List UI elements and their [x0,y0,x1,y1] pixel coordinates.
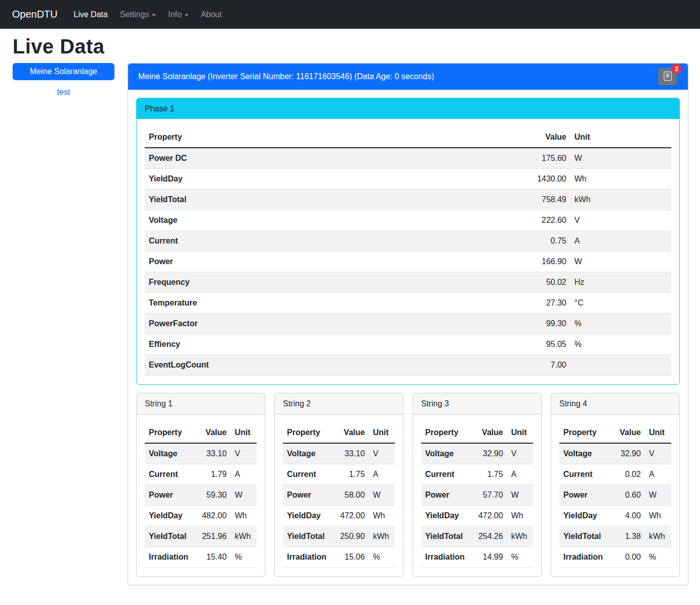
property-cell: EventLogCount [145,355,442,376]
value-cell: 33.10 [192,443,230,464]
value-cell: 222.60 [442,210,570,231]
table-row: Irradiation 15.06 % [283,547,395,568]
column-header-property: Property [283,422,330,443]
value-cell: 15.40 [192,547,230,568]
journal-text-icon [663,72,672,82]
value-cell: 33.10 [330,443,369,464]
unit-cell: kWh [507,526,533,547]
unit-cell: W [645,485,671,506]
value-cell: 15.06 [330,547,369,568]
value-cell: 59.30 [192,485,230,506]
table-row: Voltage 32.90 V [559,443,671,464]
content-layout: Meine Solaranlage test Meine Solaranlage… [0,63,700,595]
property-cell: Current [283,464,330,485]
table-row: YieldTotal 250.90 kWh [283,526,395,547]
inverter-card-body: Phase 1 Property Value Unit [128,90,688,585]
value-cell: 1.75 [330,464,369,485]
column-header-value: Value [330,422,369,443]
value-cell: 166.90 [442,252,570,272]
property-cell: Voltage [559,443,607,464]
inverter-card: Meine Solaranlage (Inverter Serial Numbe… [128,63,688,585]
unit-cell: Wh [645,506,671,526]
value-cell: 472.00 [469,506,507,526]
property-cell: Voltage [145,210,442,231]
phase-card: Phase 1 Property Value Unit [136,98,680,385]
value-cell: 1.79 [192,464,230,485]
table-row: Current 1.75 A [283,464,395,485]
property-cell: PowerFactor [145,314,442,334]
string-card-2: String 2 Property Value Unit [274,393,403,577]
unit-cell: % [369,547,395,568]
value-cell: 14.99 [469,547,507,568]
property-cell: YieldTotal [145,190,442,210]
table-header-row: Property Value Unit [145,127,671,148]
table-row: YieldTotal 1.38 kWh [559,526,671,547]
property-cell: YieldDay [421,506,469,526]
column-header-property: Property [559,422,607,443]
string-table: Property Value Unit Voltage 33.10 [283,422,395,568]
property-cell: Frequency [145,272,442,293]
unit-cell: A [645,464,671,485]
unit-cell: % [645,547,671,568]
property-cell: YieldTotal [421,526,469,547]
string-card-3: String 3 Property Value Unit [413,393,542,577]
property-cell: Voltage [283,443,330,464]
column-header-value: Value [469,422,507,443]
value-cell: 251.96 [192,526,230,547]
property-cell: Power [145,485,192,506]
unit-cell: % [507,547,533,568]
property-cell: Current [559,464,607,485]
unit-cell: A [570,231,671,252]
unit-cell: V [645,443,671,464]
column-header-unit: Unit [507,422,533,443]
unit-cell: W [369,485,395,506]
table-row: Current 0.75 A [145,231,671,252]
property-cell: Power [283,485,330,506]
string-card-title: String 2 [275,393,403,414]
nav-list: Live Data Settings Info About [70,6,230,23]
table-header-row: Property Value Unit [559,422,671,443]
string-table: Property Value Unit Voltage 32.90 [559,422,671,568]
table-row: Current 0.02 A [559,464,671,485]
value-cell: 32.90 [469,443,507,464]
unit-cell: Wh [507,506,533,526]
unit-cell: W [507,485,533,506]
value-cell: 0.75 [442,231,570,252]
string-table: Property Value Unit Voltage 33.10 [145,422,257,568]
nav-item-settings[interactable]: Settings [116,6,160,23]
value-cell: 7.00 [442,355,570,376]
value-cell: 0.02 [607,464,645,485]
nav-item-info[interactable]: Info [164,6,193,23]
unit-cell: V [230,443,257,464]
inverter-select-button[interactable]: Meine Solaranlage [13,63,114,80]
value-cell: 95.05 [442,334,570,355]
unit-cell [570,355,671,376]
unit-cell: kWh [570,190,671,210]
unit-cell: V [570,210,671,231]
brand-logo[interactable]: OpenDTU [12,9,57,20]
table-row: Power 166.90 W [145,252,671,272]
string-card-1: String 1 Property Value Unit [136,393,265,577]
property-cell: Current [421,464,469,485]
inverter-link-test[interactable]: test [13,88,114,97]
unit-cell: W [570,252,671,272]
value-cell: 254.26 [469,526,507,547]
table-row: YieldDay 1430.00 Wh [145,169,671,190]
nav-item-about[interactable]: About [197,6,226,23]
table-row: Power 59.30 W [145,485,257,506]
table-row: PowerFactor 99.30 % [145,314,671,334]
table-row: EventLogCount 7.00 [145,355,671,376]
property-cell: Power [145,252,442,272]
table-header-row: Property Value Unit [145,422,257,443]
value-cell: 32.90 [607,443,645,464]
property-cell: Voltage [421,443,469,464]
property-cell: YieldTotal [145,526,192,547]
table-row: Power 0.60 W [559,485,671,506]
table-row: Current 1.79 A [145,464,257,485]
column-header-unit: Unit [645,422,671,443]
nav-item-live-data[interactable]: Live Data [70,6,112,23]
property-cell: Irradiation [145,547,192,568]
table-row: Power DC 175.60 W [145,148,671,169]
unit-cell: % [230,547,257,568]
value-cell: 482.00 [192,506,230,526]
